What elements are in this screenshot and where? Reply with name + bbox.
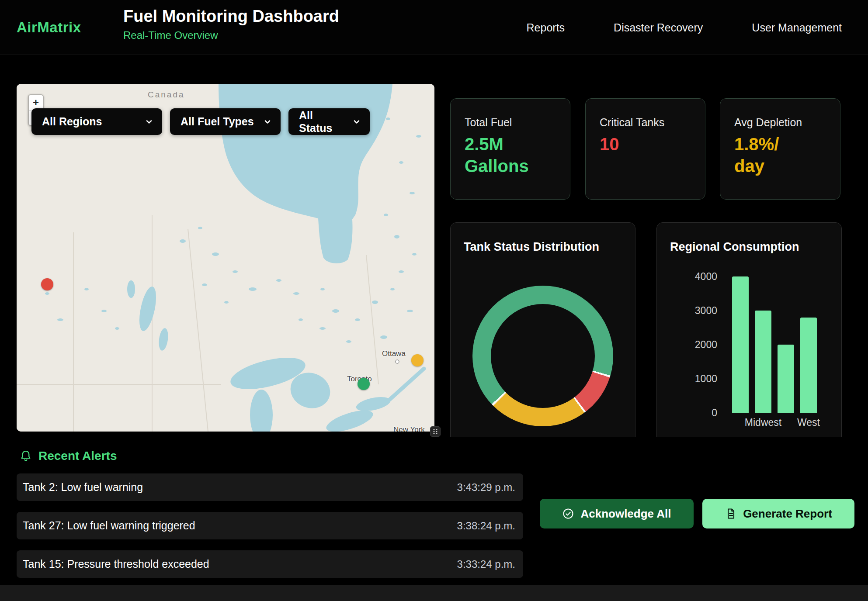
acknowledge-all-button[interactable]: Acknowledge All [540, 499, 694, 528]
map-label-new-york: New York [393, 425, 425, 432]
alert-row[interactable]: Tank 15: Pressure threshold exceeded 3:3… [17, 550, 523, 578]
check-circle-icon [562, 508, 574, 520]
stat-card-critical-tanks: Critical Tanks 10 [585, 98, 705, 200]
chevron-down-icon [145, 117, 153, 126]
map-marker-warning[interactable] [411, 354, 424, 366]
map[interactable]: Canada + − All Regions All Fuel Types Al… [17, 84, 434, 432]
stat-card-avg-depletion: Avg Depletion 1.8%/ day [720, 98, 840, 200]
bar-1 [755, 311, 771, 413]
chevron-down-icon [263, 117, 272, 126]
document-icon [725, 508, 737, 520]
chevron-down-icon [352, 117, 361, 126]
bar-plot [732, 276, 823, 413]
stat-value-line: 2.5M [465, 133, 556, 155]
stat-value-line: Gallons [465, 155, 556, 177]
bottom-strip [0, 585, 868, 601]
tank-status-title: Tank Status Distribution [464, 240, 622, 254]
generate-report-button[interactable]: Generate Report [702, 499, 854, 528]
page-subtitle: Real-Time Overview [123, 29, 339, 41]
generate-report-label: Generate Report [743, 507, 832, 521]
bar-y-axis: 40003000200010000 [670, 270, 717, 419]
zoom-in-button[interactable]: + [29, 95, 43, 110]
bar-y-tick: 2000 [695, 338, 717, 351]
main-nav: Reports Disaster Recovery User Managemen… [527, 0, 842, 55]
tank-status-donut [472, 286, 613, 426]
alert-message: Tank 27: Low fuel warning triggered [23, 519, 195, 532]
bar-2 [778, 345, 794, 413]
stat-value-line: 1.8%/ [734, 133, 826, 155]
stat-value-line: 10 [600, 133, 691, 155]
stat-value: 10 [600, 133, 691, 155]
alert-message: Tank 15: Pressure threshold exceeded [23, 558, 209, 570]
region-filter-value: All Regions [42, 115, 102, 128]
donut-hole [491, 304, 595, 408]
alert-row[interactable]: Tank 27: Low fuel warning triggered 3:38… [17, 512, 523, 539]
nav-disaster-recovery[interactable]: Disaster Recovery [614, 21, 703, 34]
acknowledge-all-label: Acknowledge All [580, 507, 671, 521]
status-filter-value: All Status [299, 109, 346, 135]
bar-3 [800, 318, 817, 413]
title-block: Fuel Monitoring Dashboard Real-Time Over… [123, 7, 339, 41]
map-filters: All Regions All Fuel Types All Status [31, 108, 370, 135]
bar-0 [732, 276, 749, 413]
bar-x-labels: MidwestWest [732, 417, 823, 430]
map-resize-handle[interactable] [430, 426, 441, 437]
map-marker-normal[interactable] [358, 378, 370, 390]
regional-consumption-title: Regional Consumption [670, 240, 828, 254]
alert-time: 3:38:24 p.m. [457, 520, 515, 532]
fuel-type-filter-value: All Fuel Types [181, 115, 254, 128]
alerts-header: Recent Alerts [19, 449, 117, 463]
bar-y-tick: 1000 [695, 373, 717, 385]
region-filter-dropdown[interactable]: All Regions [31, 108, 162, 135]
map-country-label: Canada [148, 90, 185, 100]
stat-card-total-fuel: Total Fuel 2.5M Gallons [450, 98, 570, 200]
bar-x-label: Midwest [745, 417, 781, 428]
status-filter-dropdown[interactable]: All Status [288, 108, 370, 135]
stat-value: 2.5M Gallons [465, 133, 556, 177]
alert-time: 3:33:24 p.m. [457, 558, 515, 570]
grip-dots-icon [432, 428, 438, 435]
nav-user-management[interactable]: User Management [752, 21, 842, 34]
stat-label: Avg Depletion [734, 116, 826, 129]
brand-logo: AirMatrix [17, 0, 81, 55]
stat-value: 1.8%/ day [734, 133, 826, 177]
app-header: AirMatrix Fuel Monitoring Dashboard Real… [0, 0, 868, 55]
alert-row[interactable]: Tank 2: Low fuel warning 3:43:29 p.m. [17, 473, 523, 501]
bar-y-tick: 0 [712, 407, 717, 419]
alert-time: 3:43:29 p.m. [457, 481, 515, 494]
alerts-title: Recent Alerts [38, 449, 117, 463]
alerts-section: Recent Alerts Tank 2: Low fuel warning 3… [0, 437, 868, 601]
bell-icon [19, 449, 32, 463]
alert-message: Tank 2: Low fuel warning [23, 481, 143, 494]
stat-label: Critical Tanks [600, 116, 691, 129]
map-marker-critical[interactable] [41, 278, 53, 290]
bar-y-tick: 4000 [695, 270, 717, 283]
map-label-ottawa: Ottawa [382, 349, 406, 358]
nav-reports[interactable]: Reports [527, 21, 565, 34]
page-title: Fuel Monitoring Dashboard [123, 7, 339, 27]
bar-x-label: West [797, 417, 820, 428]
stat-label: Total Fuel [465, 116, 556, 129]
bar-y-tick: 3000 [695, 304, 717, 317]
fuel-type-filter-dropdown[interactable]: All Fuel Types [170, 108, 281, 135]
stat-value-line: day [734, 155, 826, 177]
